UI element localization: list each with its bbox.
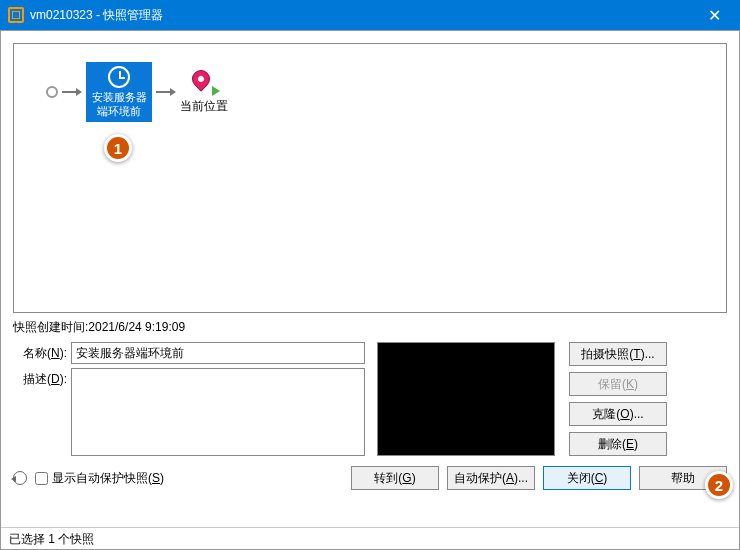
name-field-label: 名称(N): — [13, 342, 67, 362]
take-snapshot-button[interactable]: 拍摄快照(T)... — [569, 342, 667, 366]
window-title: vm0210323 - 快照管理器 — [30, 7, 163, 24]
show-auto-protect-checkbox[interactable]: 显示自动保护快照(S) — [35, 470, 164, 487]
show-auto-protect-input[interactable] — [35, 472, 48, 485]
goto-button[interactable]: 转到(G) — [351, 466, 439, 490]
current-position-node[interactable]: 当前位置 — [180, 70, 228, 115]
clone-button[interactable]: 克隆(O)... — [569, 402, 667, 426]
current-label: 当前位置 — [180, 99, 228, 113]
arrow-icon — [62, 88, 82, 96]
title-bar: vm0210323 - 快照管理器 ✕ — [0, 0, 740, 30]
arrow-icon — [156, 88, 176, 96]
annotation-callout-2: 2 — [705, 471, 733, 499]
clock-icon — [108, 66, 130, 88]
restore-icon — [13, 471, 27, 485]
snapshot-tree-area[interactable]: 安装服务器 端环境前 当前位置 1 — [13, 43, 727, 313]
keep-button: 保留(K) — [569, 372, 667, 396]
description-field-label: 描述(D): — [13, 368, 67, 388]
delete-button[interactable]: 删除(E) — [569, 432, 667, 456]
annotation-callout-1: 1 — [104, 134, 132, 162]
snapshot-label: 端环境前 — [97, 105, 141, 117]
vmware-logo-icon — [8, 7, 24, 23]
created-time-line: 快照创建时间:2021/6/24 9:19:09 — [13, 319, 727, 336]
vm-root-icon — [46, 86, 58, 98]
you-are-here-icon — [192, 70, 216, 94]
snapshot-label: 安装服务器 — [92, 91, 147, 103]
snapshot-node-selected[interactable]: 安装服务器 端环境前 — [86, 62, 152, 122]
close-window-button[interactable]: ✕ — [696, 6, 732, 25]
description-field[interactable] — [71, 368, 365, 456]
auto-protect-button[interactable]: 自动保护(A)... — [447, 466, 535, 490]
close-button[interactable]: 关闭(C) — [543, 466, 631, 490]
name-field[interactable] — [71, 342, 365, 364]
snapshot-preview-image — [377, 342, 555, 456]
status-bar: 已选择 1 个快照 — [1, 527, 739, 549]
